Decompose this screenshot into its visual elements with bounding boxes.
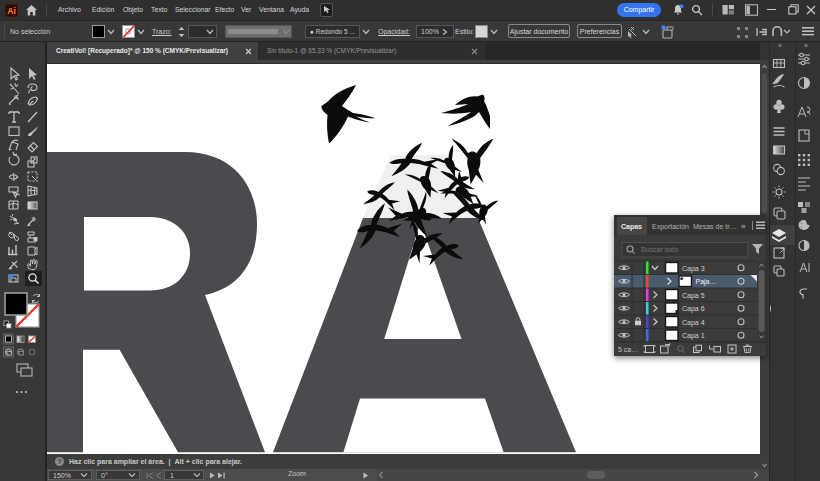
svg-text:«: «: [778, 42, 782, 49]
svg-text:Capa 6: Capa 6: [682, 305, 705, 313]
svg-text:5 ca…: 5 ca…: [618, 346, 638, 353]
svg-text:Capas: Capas: [621, 223, 642, 231]
svg-text:Capa 4: Capa 4: [682, 319, 705, 327]
svg-text:Exportación: Exportación: [652, 223, 689, 231]
svg-text:Capa 5: Capa 5: [682, 292, 705, 300]
svg-text:Capa 1: Capa 1: [682, 332, 705, 340]
svg-text:Buscar todo: Buscar todo: [641, 246, 678, 253]
svg-text:«: «: [804, 42, 808, 49]
svg-text:Capa 3: Capa 3: [682, 265, 705, 273]
svg-text:Paja…: Paja…: [696, 278, 717, 286]
svg-text:Mesas de tr…: Mesas de tr…: [693, 223, 737, 230]
svg-text:»: »: [741, 222, 746, 231]
